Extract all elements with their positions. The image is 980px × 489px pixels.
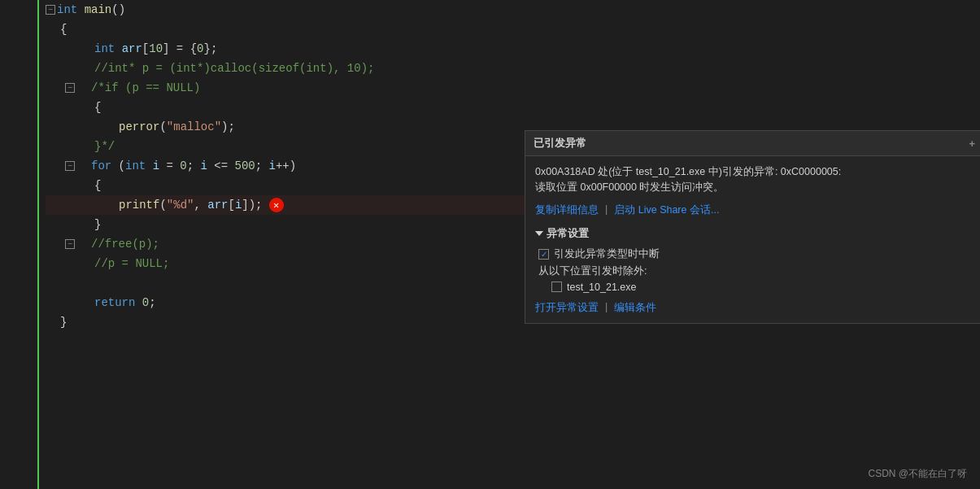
option2-label: 从以下位置引发时除外: — [538, 264, 647, 278]
popup-body: 0x00A318AD 处(位于 test_10_21.exe 中)引发的异常: … — [525, 156, 980, 323]
fn-main: main — [85, 3, 112, 16]
error-icon: ✕ — [269, 198, 284, 212]
close-icon[interactable]: + — [969, 138, 975, 150]
popup-section-title: 异常设置 — [535, 227, 973, 241]
collapse-btn-5[interactable]: − — [65, 83, 75, 93]
live-share-link[interactable]: 启动 Live Share 会话... — [614, 203, 719, 217]
exception-popup: 已引发异常 + 0x00A318AD 处(位于 test_10_21.exe 中… — [525, 130, 980, 324]
popup-message-line2: 读取位置 0x00F00000 时发生访问冲突。 — [535, 180, 973, 195]
popup-message: 0x00A318AD 处(位于 test_10_21.exe 中)引发的异常: … — [535, 164, 973, 195]
code-line-3: int arr [ 10 ] = { 0 }; — [46, 39, 980, 59]
copy-details-link[interactable]: 复制详细信息 — [535, 203, 599, 217]
collapse-btn-13[interactable]: − — [65, 239, 75, 249]
code-line-2: { — [46, 20, 980, 39]
collapse-btn-1[interactable]: − — [46, 5, 55, 15]
open-exception-settings-link[interactable]: 打开异常设置 — [535, 301, 599, 315]
code-line-1: − int main () — [46, 0, 980, 20]
popup-message-line1: 0x00A318AD 处(位于 test_10_21.exe 中)引发的异常: … — [535, 164, 973, 180]
option1-checkbox[interactable] — [538, 249, 549, 260]
popup-title: 已引发异常 — [534, 136, 586, 151]
code-line-5: − /*if (p == NULL) — [46, 78, 980, 98]
popup-links: 复制详细信息 | 启动 Live Share 会话... — [535, 203, 973, 217]
option3-label: test_10_21.exe — [567, 282, 637, 293]
line-gutter — [0, 0, 39, 489]
edit-conditions-link[interactable]: 编辑条件 — [614, 301, 656, 315]
option1-label: 引发此异常类型时中断 — [554, 247, 660, 261]
option3-checkbox[interactable] — [551, 282, 562, 292]
code-line-6: { — [46, 98, 980, 117]
triangle-icon — [535, 231, 543, 236]
popup-bottom-links: 打开异常设置 | 编辑条件 — [535, 301, 973, 315]
collapse-btn-9[interactable]: − — [65, 161, 75, 171]
watermark: CSDN @不能在白了呀 — [868, 467, 967, 481]
option3-row: test_10_21.exe — [551, 282, 973, 293]
editor-container: − int main () { int arr [ 10 ] = { 0 }; … — [0, 0, 980, 489]
code-line-4: //int* p = (int*)calloc(sizeof(int), 10)… — [46, 59, 980, 78]
keyword-int: int — [57, 3, 77, 16]
popup-header: 已引发异常 + — [525, 131, 980, 156]
option1-row: 引发此异常类型时中断 — [538, 247, 973, 261]
option2-row: 从以下位置引发时除外: — [538, 264, 973, 278]
